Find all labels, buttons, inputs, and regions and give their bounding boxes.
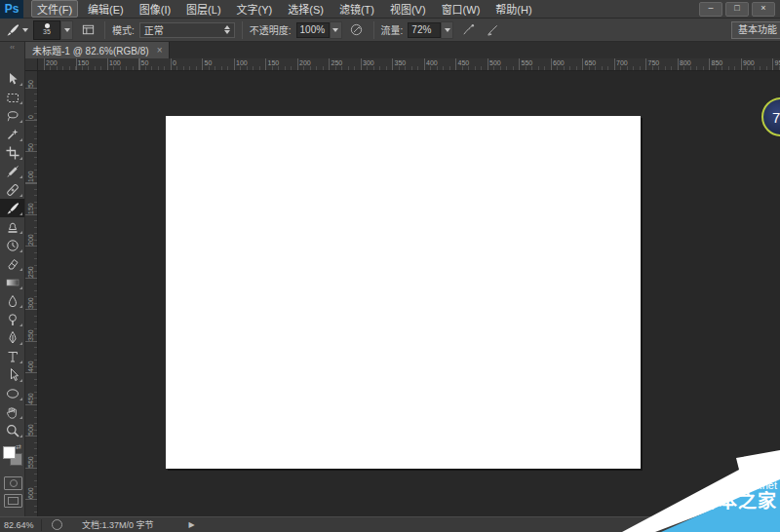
watermark-site: jb51.net: [699, 480, 777, 492]
photoshop-logo: Ps: [0, 0, 23, 19]
marquee-tool[interactable]: [0, 88, 24, 106]
airbrush-button[interactable]: [458, 21, 478, 39]
flow-value[interactable]: 72%: [408, 22, 441, 38]
brush-pressure-button[interactable]: [483, 21, 502, 39]
type-tool[interactable]: [0, 347, 24, 365]
opacity-dropdown-button[interactable]: [330, 21, 342, 39]
chevron-down-icon: [22, 28, 28, 32]
ellipse-tool[interactable]: [0, 384, 24, 402]
brush-preset-dropdown-button[interactable]: [60, 20, 73, 40]
swap-colors-icon[interactable]: ⇄: [16, 443, 21, 451]
chevron-down-icon: [64, 28, 70, 32]
brush-preset-picker[interactable]: 35: [33, 20, 73, 40]
quick-selection-tool[interactable]: [0, 125, 24, 143]
ellipse-tool-icon: [5, 386, 20, 401]
close-tab-icon[interactable]: ×: [157, 45, 163, 56]
tools-panel-collapse-icon[interactable]: ‹‹: [0, 42, 24, 54]
h-ruler-label: 100: [236, 59, 248, 66]
divider: [373, 21, 374, 39]
h-ruler-label: 150: [78, 59, 90, 66]
opacity-value[interactable]: 100%: [296, 22, 330, 38]
history-brush-tool[interactable]: [0, 236, 24, 254]
horizontal-ruler[interactable]: 2001501005005010015020025030035040045050…: [38, 58, 780, 71]
history-brush-tool-icon: [5, 238, 20, 253]
v-ruler-label: 550: [27, 446, 34, 468]
v-ruler-label: 350: [27, 320, 34, 341]
maximize-button[interactable]: □: [725, 2, 749, 17]
brush-tip-preview: 35: [33, 20, 60, 40]
flow-dropdown-button[interactable]: [441, 21, 453, 39]
menu-items: 文件(F)编辑(E)图像(I)图层(L)文字(Y)选择(S)滤镜(T)视图(V)…: [29, 0, 540, 18]
crop-tool-icon: [5, 145, 20, 161]
eyedropper-tool[interactable]: [0, 162, 24, 180]
promo-badge[interactable]: 7: [761, 97, 780, 136]
menu-item-7[interactable]: 视图(V): [384, 0, 432, 18]
eraser-tool[interactable]: [0, 254, 24, 273]
menu-item-1[interactable]: 编辑(E): [82, 0, 130, 18]
crop-tool[interactable]: [0, 143, 24, 162]
foreground-color-swatch[interactable]: [3, 446, 16, 459]
menu-item-2[interactable]: 图像(I): [134, 0, 176, 18]
v-ruler-label: 450: [27, 383, 34, 404]
menu-item-4[interactable]: 文字(Y): [231, 0, 279, 18]
dodge-tool-icon: [5, 312, 20, 327]
menu-item-9[interactable]: 帮助(H): [489, 0, 537, 18]
vertical-ruler[interactable]: 1005005010015020025030035040045050055060…: [25, 71, 38, 516]
v-ruler-label: 200: [27, 224, 34, 246]
menu-item-3[interactable]: 图层(L): [180, 0, 226, 18]
clone-stamp-tool[interactable]: [0, 217, 24, 236]
h-ruler-label: 600: [553, 59, 565, 66]
status-expand-icon[interactable]: ▶: [189, 520, 195, 529]
move-tool[interactable]: [0, 69, 24, 88]
lasso-tool[interactable]: [0, 106, 24, 125]
workspace-switcher-button[interactable]: 基本功能: [731, 21, 780, 39]
canvas[interactable]: [166, 116, 641, 469]
gradient-tool[interactable]: [0, 273, 24, 291]
quick-mask-button[interactable]: [4, 476, 22, 490]
pen-tool[interactable]: [0, 328, 24, 347]
blend-mode-select[interactable]: 正常: [139, 22, 235, 38]
menu-item-5[interactable]: 选择(S): [282, 0, 330, 18]
v-ruler-label: 50: [27, 130, 34, 151]
brush-panel-toggle-icon: [81, 22, 96, 37]
opacity-field[interactable]: 100%: [296, 21, 342, 39]
brush-size-value: 35: [43, 28, 51, 36]
menu-item-0[interactable]: 文件(F): [31, 0, 78, 18]
ruler-corner[interactable]: [25, 58, 38, 71]
divider: [242, 21, 243, 39]
zoom-tool[interactable]: [0, 421, 24, 439]
flow-field[interactable]: 72%: [408, 21, 453, 39]
hand-tool[interactable]: [0, 402, 24, 421]
menu-item-8[interactable]: 窗口(W): [436, 0, 487, 18]
h-ruler-label: 350: [395, 59, 407, 66]
close-button[interactable]: ×: [752, 2, 775, 17]
h-ruler-label: 650: [585, 59, 597, 66]
h-ruler-label: 500: [489, 59, 501, 66]
quick-selection-tool-icon: [5, 127, 20, 142]
h-ruler-label: 200: [46, 59, 58, 66]
zoom-level-field[interactable]: 82.64%: [4, 520, 37, 530]
blur-tool[interactable]: [0, 291, 24, 310]
opacity-pressure-button[interactable]: [347, 21, 367, 39]
brush-panel-toggle-button[interactable]: [78, 21, 98, 39]
path-selection-tool[interactable]: [0, 365, 24, 384]
pen-tool-icon: [5, 330, 20, 346]
document-tab[interactable]: 未标题-1 @ 82.6%(RGB/8) ×: [25, 42, 170, 58]
dodge-tool[interactable]: [0, 310, 24, 328]
active-tool-chip[interactable]: [5, 22, 28, 38]
document-tab-bar: 未标题-1 @ 82.6%(RGB/8) ×: [25, 42, 780, 58]
window-controls: –□×: [699, 2, 780, 17]
minimize-button[interactable]: –: [699, 2, 722, 17]
h-ruler-label: 250: [332, 59, 343, 66]
eyedropper-tool-icon: [5, 164, 20, 179]
lasso-tool-icon: [5, 108, 20, 124]
divider: [104, 21, 105, 39]
healing-brush-tool[interactable]: [0, 180, 24, 199]
brush-tool[interactable]: [0, 199, 24, 217]
screen-mode-button[interactable]: [4, 494, 22, 508]
v-ruler-label: 100: [27, 161, 34, 182]
color-swatch-area: ⇄: [0, 443, 24, 469]
status-circle-icon: [52, 519, 62, 530]
tools-panel: ‹‹ ⇄: [0, 42, 25, 516]
menu-item-6[interactable]: 滤镜(T): [333, 0, 380, 18]
